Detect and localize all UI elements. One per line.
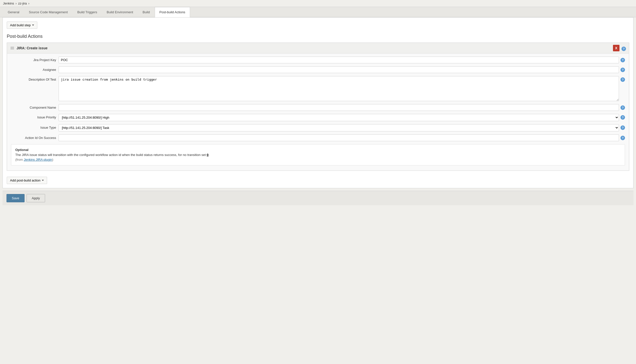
- drag-handle-line2: [11, 48, 14, 48]
- description-label: Description Of Test: [11, 76, 56, 81]
- issue-type-row: Issue Type [http://51.141.25.204:8090/] …: [11, 124, 625, 131]
- breadcrumb-project-link[interactable]: zz-jira: [18, 2, 27, 5]
- optional-zero: 0: [207, 153, 208, 157]
- jira-project-key-input[interactable]: [59, 57, 619, 63]
- add-postbuild-action-button[interactable]: Add post-build action: [7, 177, 47, 184]
- optional-close-paren: ): [52, 158, 53, 161]
- action-id-row: Action Id On Success ?: [11, 134, 625, 141]
- jira-card-title: JIRA: Create issue: [17, 46, 611, 50]
- breadcrumb-sep2: ›: [28, 2, 29, 5]
- jira-project-key-label: Jira Project Key: [11, 57, 56, 62]
- component-name-label: Component Name: [11, 104, 56, 109]
- add-postbuild-action-label: Add post-build action: [10, 178, 40, 182]
- component-name-row: Component Name ?: [11, 104, 625, 111]
- tab-post-build-actions[interactable]: Post-build Actions: [155, 7, 190, 17]
- drag-handle-line3: [11, 49, 14, 49]
- jira-project-key-field: ?: [59, 57, 625, 63]
- add-build-step-caret-icon: [32, 25, 34, 26]
- section-title: Post-build Actions: [7, 34, 629, 39]
- apply-button[interactable]: Apply: [27, 194, 45, 202]
- drag-handle-line1: [11, 47, 14, 47]
- tab-build[interactable]: Build: [138, 7, 155, 17]
- tab-build-triggers[interactable]: Build Triggers: [73, 7, 102, 17]
- description-help-icon[interactable]: ?: [620, 77, 625, 82]
- description-textarea[interactable]: jira issue creation from jenkins on buil…: [59, 76, 619, 101]
- description-row: Description Of Test jira issue creation …: [11, 76, 625, 101]
- drag-handle[interactable]: [10, 46, 15, 50]
- action-id-help-icon[interactable]: ?: [620, 136, 625, 140]
- jira-card-help-icon[interactable]: ?: [621, 47, 626, 51]
- issue-type-help-icon[interactable]: ?: [620, 125, 625, 130]
- assignee-label: Assignee: [11, 66, 56, 72]
- tab-bar: General Source Code Management Build Tri…: [0, 7, 636, 17]
- assignee-field: ?: [59, 66, 625, 73]
- assignee-help-icon[interactable]: ?: [620, 68, 625, 72]
- component-name-help-icon[interactable]: ?: [620, 105, 625, 110]
- jenkins-jira-plugin-link[interactable]: Jenkins JIRA plugin: [24, 158, 52, 161]
- description-field: jira issue creation from jenkins on buil…: [59, 76, 625, 101]
- breadcrumb: Jenkins › zz-jira ›: [0, 0, 636, 7]
- action-id-field: ?: [59, 134, 625, 141]
- optional-from-text: (from: [15, 158, 24, 161]
- content-panel: Add build step Post-build Actions JIRA: …: [3, 17, 633, 188]
- jira-card-header: JIRA: Create issue X ?: [7, 43, 629, 54]
- add-postbuild-caret-icon: [42, 180, 44, 181]
- component-name-field: ?: [59, 104, 625, 111]
- add-build-step-label: Add build step: [10, 23, 31, 27]
- bottom-bar: Save Apply: [3, 191, 633, 205]
- jira-form-body: Jira Project Key ? Assignee ?: [7, 54, 629, 170]
- optional-text: The JIRA issue status will transition wi…: [15, 153, 207, 157]
- optional-text2: .: [209, 153, 210, 157]
- issue-type-field: [http://51.141.25.204:8090/] Task [http:…: [59, 124, 625, 131]
- action-id-input[interactable]: [59, 134, 619, 141]
- optional-info-box: Optional The JIRA issue status will tran…: [11, 144, 625, 165]
- issue-priority-label: Issue Priority: [11, 114, 56, 119]
- jira-project-key-help-icon[interactable]: ?: [620, 58, 625, 62]
- issue-priority-select[interactable]: [http://51.141.25.204:8090/] High [http:…: [59, 114, 619, 121]
- tab-scm[interactable]: Source Code Management: [24, 7, 72, 17]
- action-id-label: Action Id On Success: [11, 134, 56, 140]
- breadcrumb-sep1: ›: [16, 2, 17, 5]
- component-name-input[interactable]: [59, 104, 619, 111]
- assignee-input[interactable]: [59, 66, 619, 73]
- tab-build-environment[interactable]: Build Environment: [102, 7, 138, 17]
- main-content: General Source Code Management Build Tri…: [0, 7, 636, 205]
- issue-priority-row: Issue Priority [http://51.141.25.204:809…: [11, 114, 625, 121]
- issue-type-label: Issue Type: [11, 124, 56, 129]
- tab-general[interactable]: General: [3, 7, 24, 17]
- assignee-row: Assignee ?: [11, 66, 625, 73]
- breadcrumb-jenkins-link[interactable]: Jenkins: [3, 2, 14, 5]
- save-button[interactable]: Save: [7, 194, 25, 202]
- jira-create-issue-card: JIRA: Create issue X ? Jira Project Key …: [7, 43, 629, 171]
- jira-card-close-button[interactable]: X: [613, 45, 619, 51]
- jira-project-key-row: Jira Project Key ?: [11, 57, 625, 63]
- issue-type-select[interactable]: [http://51.141.25.204:8090/] Task [http:…: [59, 124, 619, 131]
- issue-priority-help-icon[interactable]: ?: [620, 115, 625, 120]
- optional-label: Optional: [15, 148, 29, 152]
- issue-priority-field: [http://51.141.25.204:8090/] High [http:…: [59, 114, 625, 121]
- add-build-step-button[interactable]: Add build step: [7, 22, 37, 29]
